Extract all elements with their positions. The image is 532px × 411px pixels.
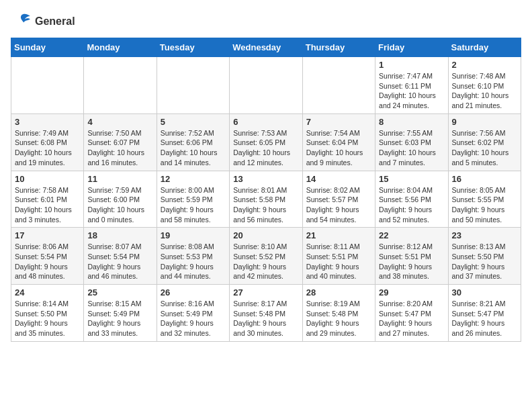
- calendar-cell: 9Sunrise: 7:56 AM Sunset: 6:02 PM Daylig…: [448, 113, 521, 171]
- day-info: Sunrise: 8:01 AM Sunset: 5:58 PM Dayligh…: [233, 185, 298, 225]
- day-number: 2: [452, 60, 517, 70]
- calendar-week-row: 3Sunrise: 7:49 AM Sunset: 6:08 PM Daylig…: [11, 113, 521, 171]
- calendar-week-row: 10Sunrise: 7:58 AM Sunset: 6:01 PM Dayli…: [11, 171, 521, 228]
- day-info: Sunrise: 8:10 AM Sunset: 5:52 PM Dayligh…: [233, 242, 298, 281]
- day-info: Sunrise: 7:52 AM Sunset: 6:06 PM Dayligh…: [161, 128, 226, 168]
- calendar-cell: 10Sunrise: 7:58 AM Sunset: 6:01 PM Dayli…: [11, 171, 84, 228]
- day-number: 11: [87, 174, 152, 184]
- day-number: 18: [87, 230, 152, 240]
- weekday-header-sunday: Sunday: [11, 38, 84, 57]
- day-info: Sunrise: 8:07 AM Sunset: 5:54 PM Dayligh…: [87, 242, 152, 281]
- day-number: 7: [306, 117, 371, 127]
- weekday-header-wednesday: Wednesday: [230, 38, 302, 57]
- day-number: 12: [161, 174, 226, 184]
- day-number: 4: [87, 117, 152, 127]
- day-number: 24: [15, 287, 80, 298]
- logo: General: [11, 11, 75, 32]
- day-info: Sunrise: 8:17 AM Sunset: 5:48 PM Dayligh…: [233, 299, 298, 338]
- day-number: 6: [233, 117, 298, 127]
- day-info: Sunrise: 8:16 AM Sunset: 5:49 PM Dayligh…: [161, 299, 226, 338]
- day-info: Sunrise: 7:59 AM Sunset: 6:00 PM Dayligh…: [87, 185, 152, 225]
- day-info: Sunrise: 8:00 AM Sunset: 5:59 PM Dayligh…: [161, 185, 226, 225]
- day-number: 22: [379, 230, 444, 240]
- day-info: Sunrise: 7:53 AM Sunset: 6:05 PM Dayligh…: [233, 128, 298, 168]
- weekday-header-friday: Friday: [375, 38, 448, 57]
- day-info: Sunrise: 7:56 AM Sunset: 6:02 PM Dayligh…: [452, 128, 517, 168]
- calendar-cell: 27Sunrise: 8:17 AM Sunset: 5:48 PM Dayli…: [230, 285, 302, 342]
- day-number: 8: [379, 117, 444, 127]
- day-number: 23: [452, 230, 517, 240]
- day-number: 9: [452, 117, 517, 127]
- day-info: Sunrise: 8:04 AM Sunset: 5:56 PM Dayligh…: [379, 185, 444, 225]
- calendar-cell: 8Sunrise: 7:55 AM Sunset: 6:03 PM Daylig…: [375, 113, 448, 171]
- day-number: 29: [379, 287, 444, 298]
- day-info: Sunrise: 7:58 AM Sunset: 6:01 PM Dayligh…: [15, 185, 80, 225]
- calendar-week-row: 1Sunrise: 7:47 AM Sunset: 6:11 PM Daylig…: [11, 57, 521, 114]
- day-number: 20: [233, 230, 298, 240]
- calendar-cell: 21Sunrise: 8:11 AM Sunset: 5:51 PM Dayli…: [302, 228, 375, 285]
- day-info: Sunrise: 7:47 AM Sunset: 6:11 PM Dayligh…: [379, 71, 444, 111]
- calendar-cell: 16Sunrise: 8:05 AM Sunset: 5:55 PM Dayli…: [448, 171, 521, 228]
- day-info: Sunrise: 8:13 AM Sunset: 5:50 PM Dayligh…: [452, 242, 517, 281]
- calendar-cell: 30Sunrise: 8:21 AM Sunset: 5:47 PM Dayli…: [448, 285, 521, 342]
- day-number: 15: [379, 174, 444, 184]
- calendar-cell: 12Sunrise: 8:00 AM Sunset: 5:59 PM Dayli…: [157, 171, 229, 228]
- calendar-cell: 23Sunrise: 8:13 AM Sunset: 5:50 PM Dayli…: [448, 228, 521, 285]
- day-info: Sunrise: 8:20 AM Sunset: 5:47 PM Dayligh…: [379, 299, 444, 338]
- day-info: Sunrise: 8:19 AM Sunset: 5:48 PM Dayligh…: [306, 299, 371, 338]
- calendar-week-row: 24Sunrise: 8:14 AM Sunset: 5:50 PM Dayli…: [11, 285, 521, 342]
- calendar-cell: 14Sunrise: 8:02 AM Sunset: 5:57 PM Dayli…: [302, 171, 375, 228]
- day-info: Sunrise: 8:21 AM Sunset: 5:47 PM Dayligh…: [452, 299, 517, 338]
- calendar-cell: 25Sunrise: 8:15 AM Sunset: 5:49 PM Dayli…: [84, 285, 157, 342]
- day-info: Sunrise: 8:06 AM Sunset: 5:54 PM Dayligh…: [15, 242, 80, 281]
- day-info: Sunrise: 7:49 AM Sunset: 6:08 PM Dayligh…: [15, 128, 80, 168]
- day-number: 17: [15, 230, 80, 240]
- day-number: 21: [306, 230, 371, 240]
- day-number: 1: [379, 60, 444, 70]
- day-number: 3: [15, 117, 80, 127]
- logo-text: General: [35, 15, 75, 28]
- weekday-header-row: SundayMondayTuesdayWednesdayThursdayFrid…: [11, 38, 521, 57]
- calendar-cell: 15Sunrise: 8:04 AM Sunset: 5:56 PM Dayli…: [375, 171, 448, 228]
- day-info: Sunrise: 8:12 AM Sunset: 5:51 PM Dayligh…: [379, 242, 444, 281]
- day-number: 26: [161, 287, 226, 298]
- day-number: 30: [452, 287, 517, 298]
- day-info: Sunrise: 8:11 AM Sunset: 5:51 PM Dayligh…: [306, 242, 371, 281]
- day-info: Sunrise: 8:02 AM Sunset: 5:57 PM Dayligh…: [306, 185, 371, 225]
- weekday-header-thursday: Thursday: [302, 38, 375, 57]
- day-number: 13: [233, 174, 298, 184]
- calendar-cell: 6Sunrise: 7:53 AM Sunset: 6:05 PM Daylig…: [230, 113, 302, 171]
- calendar-cell: 17Sunrise: 8:06 AM Sunset: 5:54 PM Dayli…: [11, 228, 84, 285]
- day-info: Sunrise: 8:08 AM Sunset: 5:53 PM Dayligh…: [161, 242, 226, 281]
- calendar-cell: [230, 57, 302, 114]
- calendar-cell: 3Sunrise: 7:49 AM Sunset: 6:08 PM Daylig…: [11, 113, 84, 171]
- calendar-cell: 24Sunrise: 8:14 AM Sunset: 5:50 PM Dayli…: [11, 285, 84, 342]
- calendar-cell: 20Sunrise: 8:10 AM Sunset: 5:52 PM Dayli…: [230, 228, 302, 285]
- day-info: Sunrise: 7:48 AM Sunset: 6:10 PM Dayligh…: [452, 71, 517, 111]
- calendar-cell: 5Sunrise: 7:52 AM Sunset: 6:06 PM Daylig…: [157, 113, 229, 171]
- weekday-header-monday: Monday: [84, 38, 157, 57]
- calendar-cell: 26Sunrise: 8:16 AM Sunset: 5:49 PM Dayli…: [157, 285, 229, 342]
- day-number: 28: [306, 287, 371, 298]
- calendar-cell: 19Sunrise: 8:08 AM Sunset: 5:53 PM Dayli…: [157, 228, 229, 285]
- calendar-cell: 22Sunrise: 8:12 AM Sunset: 5:51 PM Dayli…: [375, 228, 448, 285]
- logo-bird-icon: [11, 11, 32, 32]
- day-number: 27: [233, 287, 298, 298]
- header: General: [11, 11, 521, 32]
- calendar-cell: 13Sunrise: 8:01 AM Sunset: 5:58 PM Dayli…: [230, 171, 302, 228]
- day-number: 10: [15, 174, 80, 184]
- calendar-week-row: 17Sunrise: 8:06 AM Sunset: 5:54 PM Dayli…: [11, 228, 521, 285]
- calendar-cell: 2Sunrise: 7:48 AM Sunset: 6:10 PM Daylig…: [448, 57, 521, 114]
- calendar-cell: 18Sunrise: 8:07 AM Sunset: 5:54 PM Dayli…: [84, 228, 157, 285]
- calendar-cell: 29Sunrise: 8:20 AM Sunset: 5:47 PM Dayli…: [375, 285, 448, 342]
- calendar-cell: 11Sunrise: 7:59 AM Sunset: 6:00 PM Dayli…: [84, 171, 157, 228]
- calendar-cell: 1Sunrise: 7:47 AM Sunset: 6:11 PM Daylig…: [375, 57, 448, 114]
- calendar-table: SundayMondayTuesdayWednesdayThursdayFrid…: [11, 38, 521, 342]
- day-info: Sunrise: 7:55 AM Sunset: 6:03 PM Dayligh…: [379, 128, 444, 168]
- page-container: General SundayMondayTuesdayWednesdayThur…: [11, 11, 521, 342]
- weekday-header-saturday: Saturday: [448, 38, 521, 57]
- day-info: Sunrise: 8:15 AM Sunset: 5:49 PM Dayligh…: [87, 299, 152, 338]
- day-number: 19: [161, 230, 226, 240]
- calendar-cell: 7Sunrise: 7:54 AM Sunset: 6:04 PM Daylig…: [302, 113, 375, 171]
- weekday-header-tuesday: Tuesday: [157, 38, 229, 57]
